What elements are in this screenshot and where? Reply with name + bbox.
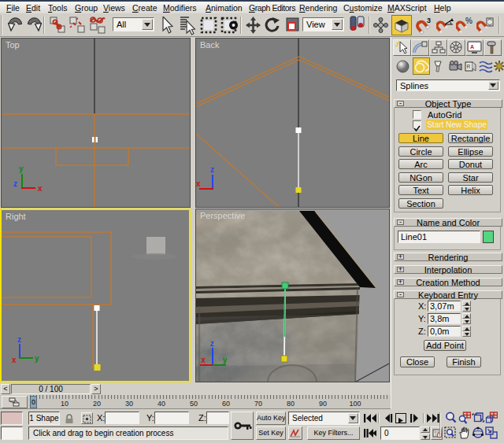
svg-text:x: x (196, 179, 201, 188)
svg-text:z: z (210, 165, 214, 174)
svg-text:z: z (17, 335, 21, 344)
svg-text:x: x (12, 356, 17, 364)
svg-text:x: x (201, 356, 206, 364)
svg-text:R: R (467, 64, 471, 69)
svg-text:x: x (38, 184, 43, 193)
svg-text:y: y (35, 354, 39, 363)
svg-text:y: y (19, 164, 24, 173)
svg-text:3: 3 (427, 17, 431, 24)
svg-text:z: z (210, 339, 214, 348)
svg-text:%: % (465, 17, 472, 25)
svg-text:A: A (470, 44, 474, 50)
svg-text:z: z (13, 179, 17, 188)
svg-text:y: y (223, 356, 228, 364)
